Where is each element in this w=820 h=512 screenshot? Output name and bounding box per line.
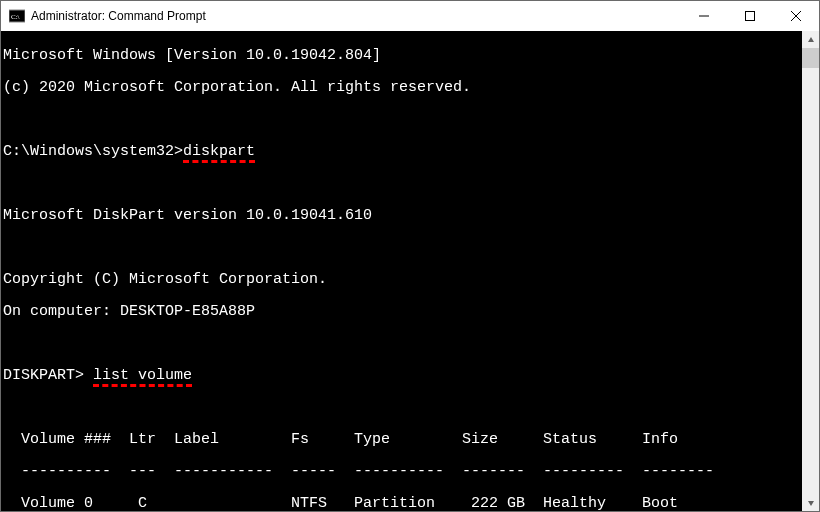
- cmd-icon: C:\: [9, 8, 25, 24]
- command-prompt-window: C:\ Administrator: Command Prompt Micros…: [0, 0, 820, 512]
- scrollbar-track[interactable]: [802, 48, 819, 494]
- svg-text:C:\: C:\: [11, 13, 20, 21]
- maximize-button[interactable]: [727, 1, 773, 31]
- scroll-down-button[interactable]: [802, 494, 819, 511]
- svg-marker-7: [808, 501, 814, 506]
- output-line: Copyright (C) Microsoft Corporation.: [3, 272, 817, 288]
- svg-marker-6: [808, 37, 814, 42]
- output-line: Microsoft DiskPart version 10.0.19041.61…: [3, 208, 817, 224]
- output-line: [3, 176, 817, 192]
- output-line: Microsoft Windows [Version 10.0.19042.80…: [3, 48, 817, 64]
- console-output[interactable]: Microsoft Windows [Version 10.0.19042.80…: [1, 31, 819, 511]
- prompt-prefix: DISKPART>: [3, 367, 93, 384]
- output-line: (c) 2020 Microsoft Corporation. All righ…: [3, 80, 817, 96]
- output-line: [3, 240, 817, 256]
- table-row: Volume 0 C NTFS Partition 222 GB Healthy…: [3, 496, 817, 511]
- prompt-prefix: C:\Windows\system32>: [3, 143, 183, 160]
- window-controls: [681, 1, 819, 31]
- command-diskpart: diskpart: [183, 144, 255, 163]
- output-line: [3, 336, 817, 352]
- close-button[interactable]: [773, 1, 819, 31]
- prompt-line: DISKPART> list volume: [3, 368, 817, 384]
- scroll-up-button[interactable]: [802, 31, 819, 48]
- output-line: [3, 112, 817, 128]
- titlebar[interactable]: C:\ Administrator: Command Prompt: [1, 1, 819, 31]
- table-header: Volume ### Ltr Label Fs Type Size Status…: [3, 432, 817, 448]
- prompt-line: C:\Windows\system32>diskpart: [3, 144, 817, 160]
- minimize-button[interactable]: [681, 1, 727, 31]
- output-line: On computer: DESKTOP-E85A88P: [3, 304, 817, 320]
- table-divider: ---------- --- ----------- ----- -------…: [3, 464, 817, 480]
- output-line: [3, 400, 817, 416]
- scrollbar-thumb[interactable]: [802, 48, 819, 68]
- window-title: Administrator: Command Prompt: [31, 9, 681, 23]
- console-area: Microsoft Windows [Version 10.0.19042.80…: [1, 31, 819, 511]
- svg-rect-3: [746, 12, 755, 21]
- command-list-volume: list volume: [93, 368, 192, 387]
- vertical-scrollbar[interactable]: [802, 31, 819, 511]
